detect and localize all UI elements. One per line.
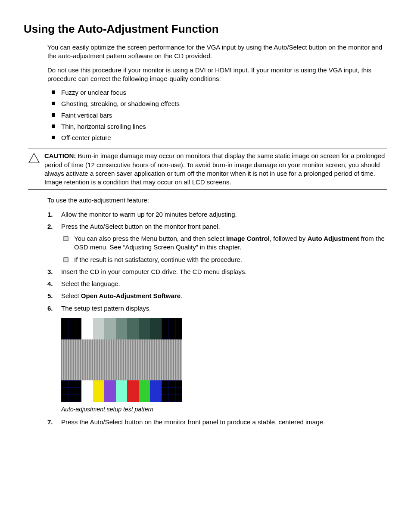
conditions-list: Fuzzy or unclear focus Ghosting, streaki…	[47, 88, 387, 142]
step-item: 2. Press the Auto/Select button on the m…	[47, 222, 387, 264]
pattern-color-row	[81, 380, 162, 402]
step-number: 3.	[47, 268, 53, 276]
intro-paragraph-2: Do not use this procedure if your monito…	[47, 66, 387, 84]
steps-list-cont: 7. Press the Auto/Select button on the m…	[47, 418, 387, 426]
step-text: Insert the CD in your computer CD drive.…	[61, 268, 247, 275]
step-text: Press the Auto/Select button on the moni…	[61, 223, 220, 230]
step-item: 5. Select Open Auto-Adjustment Software.	[47, 292, 387, 300]
list-item: Faint vertical bars	[47, 111, 387, 120]
caution-body: Burn-in image damage may occur on monito…	[44, 152, 385, 186]
sub-list: You can also press the Menu button, and …	[63, 234, 387, 264]
sub-text-bold1: Image Control	[226, 235, 270, 242]
step-text-bold: Open Auto-Adjustment Software	[81, 292, 181, 299]
caution-text: CAUTION: Burn-in image damage may occur …	[44, 152, 387, 187]
step-number: 4.	[47, 280, 53, 288]
figure-caption: Auto-adjustment setup test pattern	[61, 405, 387, 414]
step-text: Press the Auto/Select button on the moni…	[61, 418, 325, 426]
page-heading: Using the Auto-Adjustment Function	[24, 22, 387, 37]
svg-rect-3	[64, 258, 68, 262]
step-text-pre: Select	[61, 292, 81, 299]
sub-text-mid: , followed by	[270, 235, 308, 242]
test-pattern-figure	[61, 318, 387, 402]
step-text: Select the language.	[61, 280, 120, 287]
sub-item: You can also press the Menu button, and …	[63, 234, 387, 252]
step-number: 5.	[47, 292, 53, 300]
pattern-stripes	[61, 339, 182, 380]
pattern-gradient-row	[81, 318, 162, 339]
sub-text: If the result is not satisfactory, conti…	[74, 256, 242, 263]
step-item: 3. Insert the CD in your computer CD dri…	[47, 268, 387, 276]
step-text: Allow the monitor to warm up for 20 minu…	[61, 211, 237, 218]
pattern-black-corner	[162, 380, 182, 402]
step-number: 2.	[47, 222, 53, 231]
pattern-black-corner	[61, 380, 81, 402]
sub-text-bold2: Auto Adjustment	[307, 235, 359, 242]
step-number: 7.	[47, 418, 53, 426]
caution-triangle-icon	[28, 152, 40, 166]
pattern-black-corner	[61, 318, 81, 339]
list-item: Thin, horizontal scrolling lines	[47, 122, 387, 131]
sub-bullet-icon	[63, 256, 68, 261]
step-item: 4. Select the language.	[47, 280, 387, 288]
caution-label: CAUTION:	[44, 152, 76, 159]
step-item: 7. Press the Auto/Select button on the m…	[47, 418, 387, 426]
steps-lead-in: To use the auto-adjustment feature:	[47, 196, 387, 205]
step-text-post: .	[181, 292, 182, 299]
caution-block: CAUTION: Burn-in image damage may occur …	[28, 149, 387, 190]
list-item: Off-center picture	[47, 134, 387, 142]
step-item: 1. Allow the monitor to warm up for 20 m…	[47, 210, 387, 219]
step-text: The setup test pattern displays.	[61, 305, 151, 312]
step-number: 1.	[47, 210, 53, 219]
sub-item: If the result is not satisfactory, conti…	[63, 255, 387, 264]
list-item: Fuzzy or unclear focus	[47, 88, 387, 97]
svg-rect-1	[64, 236, 68, 241]
sub-bullet-icon	[63, 235, 68, 240]
step-number: 6.	[47, 304, 53, 313]
intro-paragraph-1: You can easily optimize the screen perfo…	[47, 43, 387, 61]
test-pattern-image	[61, 318, 182, 402]
step-item: 6. The setup test pattern displays.	[47, 304, 387, 313]
list-item: Ghosting, streaking, or shadowing effect…	[47, 100, 387, 108]
steps-list: 1. Allow the monitor to warm up for 20 m…	[47, 210, 387, 313]
sub-text-pre: You can also press the Menu button, and …	[74, 235, 226, 242]
pattern-black-corner	[162, 318, 182, 339]
